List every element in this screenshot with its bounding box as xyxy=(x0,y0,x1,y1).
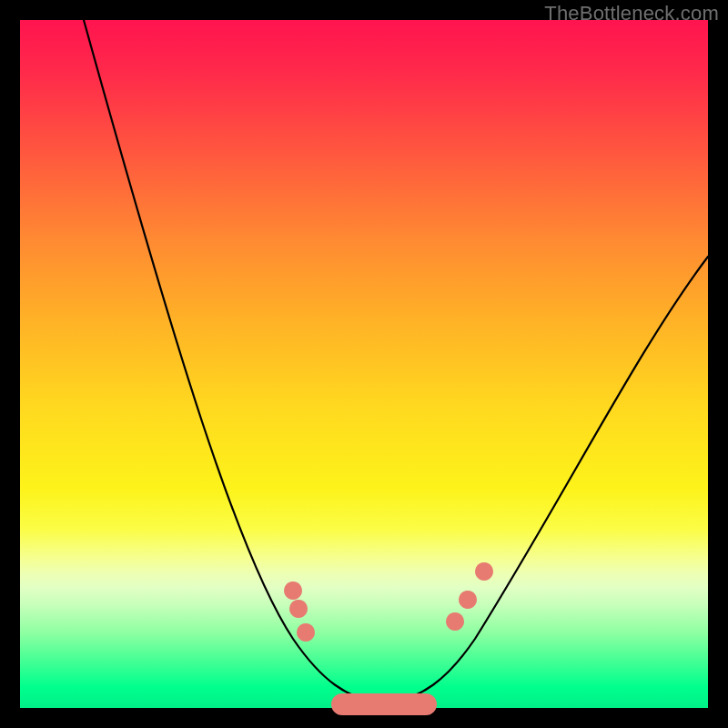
curve-markers xyxy=(284,562,493,715)
chart-svg xyxy=(20,20,708,708)
bottleneck-curve xyxy=(84,20,708,703)
chart-plot-area xyxy=(20,20,708,708)
